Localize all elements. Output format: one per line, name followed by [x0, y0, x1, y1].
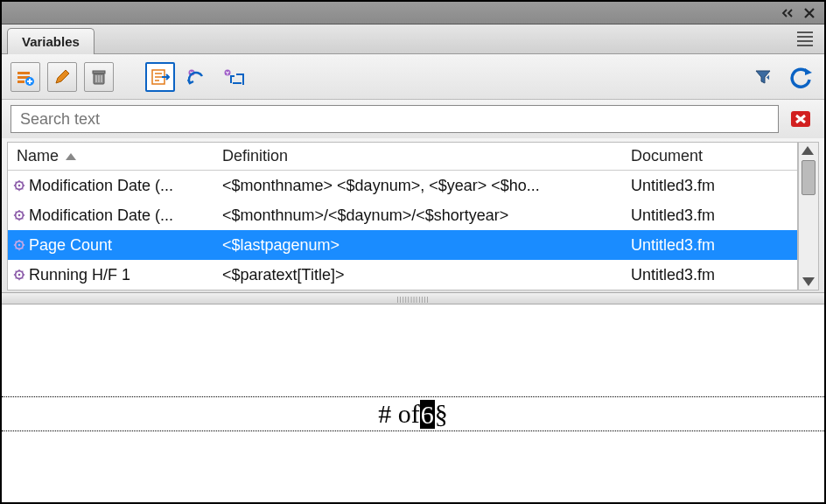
collapse-icon[interactable] [780, 6, 796, 20]
scrollbar[interactable] [798, 142, 819, 290]
tab-bar: Variables [2, 24, 824, 54]
new-variable-button[interactable] [10, 62, 40, 92]
column-header-name[interactable]: Name [8, 147, 214, 165]
svg-point-15 [18, 214, 21, 217]
column-header-row: Name Definition Document [8, 143, 797, 171]
cell-name: Page Count [29, 236, 112, 255]
column-document-label: Document [631, 147, 703, 164]
cell-name: Modification Date (... [29, 177, 173, 195]
insert-variable-button[interactable] [145, 62, 175, 92]
cell-document: Untitled3.fm [631, 236, 715, 254]
gear-icon [13, 209, 25, 221]
delete-variable-button[interactable] [84, 62, 114, 92]
gear-icon [13, 269, 25, 281]
update-variable-button[interactable] [219, 62, 248, 92]
cell-definition: <$monthname> <$daynum>, <$year> <$ho... [222, 177, 540, 194]
resize-grip[interactable]: |||||||||||| [2, 292, 824, 304]
scroll-up-icon[interactable] [802, 146, 814, 155]
convert-variable-button[interactable] [182, 62, 212, 92]
filter-button[interactable] [749, 62, 779, 92]
tab-variables[interactable]: Variables [7, 28, 94, 54]
svg-rect-2 [18, 80, 24, 83]
clear-search-button[interactable] [786, 106, 816, 132]
column-definition-label: Definition [222, 147, 288, 164]
column-name-label: Name [17, 147, 59, 165]
table-row[interactable]: Modification Date (... <$monthname> <$da… [8, 171, 797, 200]
cell-definition: <$monthnum>/<$daynum>/<$shortyear> [222, 206, 508, 224]
svg-rect-0 [18, 72, 30, 74]
cell-name: Modification Date (... [29, 206, 173, 225]
doc-suffix: § [435, 399, 448, 429]
document-text-line: # of 6 § [2, 396, 824, 431]
doc-prefix: # of [378, 399, 420, 429]
gear-icon [13, 179, 25, 192]
cell-document: Untitled3.fm [631, 177, 715, 194]
table-row[interactable]: Running H/F 1 <$paratext[Title]> Untitle… [8, 260, 797, 290]
document-area[interactable]: # of 6 § [2, 304, 824, 502]
cell-document: Untitled3.fm [631, 266, 715, 284]
toolbar [2, 54, 824, 100]
svg-marker-10 [805, 68, 812, 75]
table-row[interactable]: Modification Date (... <$monthnum>/<$day… [8, 200, 797, 230]
svg-point-17 [18, 244, 21, 247]
search-input[interactable] [10, 105, 779, 133]
search-row [2, 100, 824, 138]
cell-definition: <$lastpagenum> [222, 236, 340, 254]
variables-table-wrap: Name Definition Document Modification Da… [2, 138, 824, 292]
svg-marker-9 [766, 74, 769, 80]
svg-point-19 [18, 274, 21, 276]
panel-titlebar [2, 2, 824, 24]
cell-name: Running H/F 1 [29, 266, 130, 284]
cell-definition: <$paratext[Title]> [222, 266, 344, 284]
edit-variable-button[interactable] [47, 62, 77, 92]
svg-point-13 [18, 185, 21, 187]
gear-icon [13, 239, 25, 251]
tab-label: Variables [22, 34, 80, 49]
doc-variable-value[interactable]: 6 [420, 400, 435, 429]
variables-table: Name Definition Document Modification Da… [7, 142, 798, 290]
scroll-down-icon[interactable] [802, 277, 815, 286]
panel-menu-icon[interactable] [794, 30, 816, 47]
refresh-button[interactable] [786, 62, 816, 92]
close-icon[interactable] [802, 6, 817, 20]
sort-ascending-icon [66, 153, 76, 160]
column-header-definition[interactable]: Definition [214, 147, 622, 165]
cell-document: Untitled3.fm [631, 206, 715, 224]
svg-rect-5 [93, 71, 105, 74]
scroll-thumb[interactable] [802, 160, 816, 195]
table-row[interactable]: Page Count <$lastpagenum> Untitled3.fm [8, 230, 797, 260]
column-header-document[interactable]: Document [622, 147, 797, 165]
